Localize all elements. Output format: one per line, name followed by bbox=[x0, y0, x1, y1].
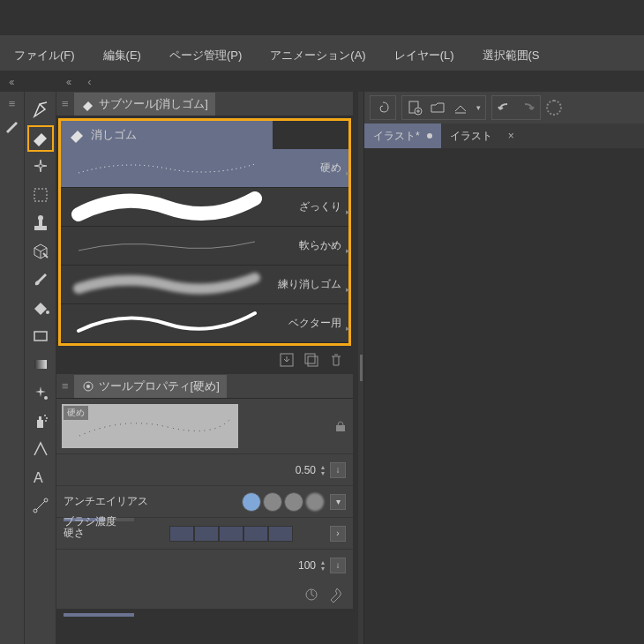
chevron-down-icon[interactable]: ▾ bbox=[473, 98, 483, 117]
effect-tool-icon[interactable] bbox=[27, 379, 54, 406]
undo-icon[interactable] bbox=[494, 98, 515, 117]
svg-point-7 bbox=[44, 396, 48, 400]
open-icon[interactable] bbox=[427, 98, 448, 117]
brush-item-kneaded[interactable]: 練り消しゴム ▸ bbox=[61, 266, 348, 304]
menu-file[interactable]: ファイル(F) bbox=[0, 41, 89, 71]
subtool-group-tab[interactable]: 消しゴム bbox=[61, 121, 273, 149]
brush-preview: 硬め bbox=[62, 404, 238, 448]
eraser-icon bbox=[81, 97, 95, 111]
density-slider[interactable] bbox=[64, 613, 134, 617]
stroke-preview-icon bbox=[70, 191, 264, 223]
aa-option[interactable] bbox=[242, 492, 261, 512]
brush-item-vector[interactable]: ベクター用 ▸ bbox=[61, 304, 348, 343]
hamburger-icon[interactable]: ≡ bbox=[4, 97, 21, 110]
eraser-tool-icon[interactable] bbox=[27, 125, 54, 152]
menu-animation[interactable]: アニメーション(A) bbox=[256, 41, 379, 71]
main-menu: ファイル(F) 編集(E) ページ管理(P) アニメーション(A) レイヤー(L… bbox=[0, 35, 644, 71]
bucket-tool-icon[interactable] bbox=[27, 295, 54, 321]
aa-option[interactable] bbox=[305, 492, 325, 512]
gradient-tool-icon[interactable] bbox=[27, 351, 54, 378]
canvas-panel: ▾ イラスト* イラスト × bbox=[363, 92, 644, 644]
svg-point-11 bbox=[46, 417, 48, 419]
svg-rect-1 bbox=[34, 226, 47, 230]
aa-option[interactable] bbox=[284, 492, 303, 512]
panel-collapse-icon[interactable]: ‹‹ bbox=[57, 75, 79, 88]
rect-tool-icon[interactable] bbox=[27, 323, 54, 349]
svg-rect-5 bbox=[34, 332, 47, 341]
sparkle-tool-icon[interactable] bbox=[27, 154, 54, 180]
pressure-icon[interactable]: ↓ bbox=[330, 558, 346, 573]
download-icon[interactable] bbox=[279, 352, 295, 368]
tool-property-label: ツールプロパティ[硬め] bbox=[99, 378, 220, 394]
brush-label: 硬め bbox=[320, 161, 341, 176]
chevron-right-icon[interactable]: ▸ bbox=[346, 285, 350, 294]
svg-point-3 bbox=[38, 215, 43, 221]
chevron-right-icon[interactable]: ▸ bbox=[346, 324, 350, 333]
subtool-group-label: 消しゴム bbox=[91, 127, 137, 143]
hamburger-icon[interactable]: ≡ bbox=[56, 379, 74, 393]
chevron-right-icon[interactable]: ▸ bbox=[346, 207, 350, 216]
reset-icon[interactable] bbox=[303, 587, 319, 603]
trash-icon[interactable] bbox=[328, 352, 344, 368]
hamburger-icon[interactable]: ≡ bbox=[56, 97, 74, 110]
svg-rect-9 bbox=[39, 416, 41, 420]
swirl-icon[interactable] bbox=[372, 98, 393, 117]
svg-rect-22 bbox=[336, 425, 345, 431]
subtool-panel: ≡ サブツール[消しゴム] 消しゴム 硬め ▸ bbox=[56, 92, 353, 374]
pen-tab-icon[interactable] bbox=[0, 112, 26, 139]
panel-collapse-icon[interactable]: ‹ bbox=[79, 75, 98, 88]
cube-cursor-icon[interactable] bbox=[27, 238, 54, 265]
unsaved-dot-icon bbox=[427, 133, 432, 139]
spray-tool-icon[interactable] bbox=[27, 408, 54, 434]
hardness-seg[interactable] bbox=[243, 526, 268, 542]
redo-icon[interactable] bbox=[517, 98, 538, 117]
text-tool-icon[interactable]: A bbox=[27, 464, 54, 490]
svg-point-12 bbox=[45, 420, 47, 422]
pressure-icon[interactable]: ↓ bbox=[330, 462, 346, 478]
duplicate-icon[interactable] bbox=[303, 352, 319, 368]
tool-property-tab[interactable]: ツールプロパティ[硬め] bbox=[74, 375, 227, 398]
menu-edit[interactable]: 編集(E) bbox=[89, 41, 155, 71]
brush-item-hard[interactable]: 硬め ▸ bbox=[61, 149, 348, 188]
marquee-tool-icon[interactable] bbox=[27, 182, 54, 208]
prop-brush-size[interactable]: ブラシサイズ 0.50 ▴▾ ↓ bbox=[56, 453, 353, 485]
prop-density[interactable]: ブラシ濃度 100 ▴▾ ↓ bbox=[56, 549, 353, 580]
spinner-icon[interactable]: ▴▾ bbox=[321, 464, 325, 476]
doc-tab[interactable]: イラスト × bbox=[441, 124, 523, 148]
new-doc-icon[interactable] bbox=[404, 98, 425, 117]
hardness-seg[interactable] bbox=[169, 526, 194, 542]
hardness-seg[interactable] bbox=[268, 526, 293, 542]
menu-layer[interactable]: レイヤー(L) bbox=[380, 41, 468, 71]
spinner-icon[interactable]: ▴▾ bbox=[321, 559, 325, 572]
wrench-icon[interactable] bbox=[328, 587, 344, 603]
lock-icon[interactable] bbox=[333, 419, 348, 433]
brush-tool-icon[interactable] bbox=[27, 266, 54, 293]
aa-option[interactable] bbox=[263, 492, 282, 512]
svg-rect-6 bbox=[34, 360, 47, 369]
expand-icon[interactable]: › bbox=[330, 526, 346, 542]
line-tool-icon[interactable] bbox=[27, 436, 54, 462]
brush-item-soft[interactable]: 軟らかめ ▸ bbox=[61, 227, 348, 266]
hardness-seg[interactable] bbox=[194, 526, 219, 542]
brush-item-rough[interactable]: ざっくり ▸ bbox=[61, 188, 348, 227]
stroke-preview-icon bbox=[70, 308, 264, 340]
doc-tab-active[interactable]: イラスト* bbox=[364, 124, 441, 148]
stamp-tool-icon[interactable] bbox=[27, 210, 54, 236]
subtool-tab[interactable]: サブツール[消しゴム] bbox=[74, 93, 215, 116]
subtool-tab-label: サブツール[消しゴム] bbox=[99, 96, 208, 112]
ruler-tool-icon[interactable] bbox=[27, 492, 54, 519]
menu-page[interactable]: ページ管理(P) bbox=[155, 41, 256, 71]
panel-collapse-icon[interactable]: ‹‹ bbox=[0, 75, 22, 88]
doc-tab-label: イラスト* bbox=[373, 129, 420, 144]
svg-rect-19 bbox=[308, 356, 318, 366]
brush-label: 練り消しゴム bbox=[278, 277, 341, 292]
chevron-right-icon[interactable]: ▸ bbox=[346, 168, 350, 177]
close-icon[interactable]: × bbox=[508, 130, 514, 142]
chevron-right-icon[interactable]: ▸ bbox=[346, 246, 350, 255]
gear-sparkle-icon bbox=[81, 379, 95, 393]
hardness-seg[interactable] bbox=[219, 526, 243, 542]
pen-nib-icon[interactable] bbox=[27, 97, 54, 124]
save-icon[interactable] bbox=[450, 98, 471, 117]
menu-selection[interactable]: 選択範囲(S bbox=[468, 41, 554, 71]
dropdown-icon[interactable]: ▾ bbox=[330, 494, 346, 510]
